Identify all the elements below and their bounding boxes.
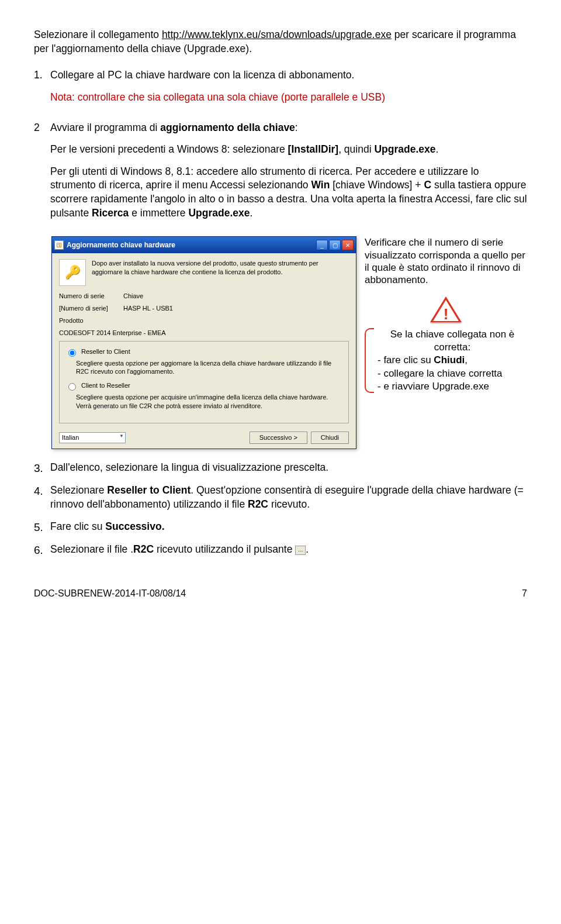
- footer-left: DOC-SUBRENEW-2014-IT-08/08/14: [34, 587, 186, 600]
- download-link[interactable]: http://www.teklynx.eu/sma/downloads/upgr…: [162, 29, 392, 40]
- step-1: 1. Collegare al PC la chiave hardware co…: [34, 68, 527, 112]
- close-dialog-button[interactable]: Chiudi: [311, 432, 349, 444]
- key-label: Chiave: [123, 292, 158, 301]
- language-combo[interactable]: Italian: [59, 432, 126, 443]
- note-label: Nota: [50, 91, 72, 103]
- key-value: HASP HL - USB1: [123, 304, 349, 313]
- step-1-note: Nota: controllare che sia collegata una …: [50, 91, 527, 105]
- warn-action-3: - e riavviare Upgrade.exe: [378, 380, 527, 393]
- warning-icon: !: [430, 296, 462, 325]
- verify-text: Verificare che il numero di serie visual…: [365, 236, 527, 286]
- radio-r2c-desc: Scegliere questa opzione per aggiornare …: [76, 359, 342, 376]
- serial-value: [Numero di serie]: [59, 304, 123, 313]
- radio-r2c-title: Reseller to Client: [81, 347, 130, 356]
- options-groupbox: Reseller to Client Scegliere questa opzi…: [59, 341, 349, 423]
- hardware-key-icon: 🔑: [59, 259, 86, 286]
- step-5-text: Fare clic su Successivo.: [50, 520, 527, 535]
- dialog-description: Dopo aver installato la nuova versione d…: [92, 259, 349, 286]
- note-text: : controllare che sia collegata una sola…: [72, 91, 385, 103]
- minimize-button[interactable]: _: [316, 240, 328, 250]
- step-4: 4. Selezionare Reseller to Client. Quest…: [34, 484, 527, 511]
- maximize-button[interactable]: ▢: [329, 240, 341, 250]
- serial-row: Numero di serie Chiave: [59, 292, 349, 301]
- radio-c2r-input[interactable]: [68, 383, 76, 391]
- step-1-number: 1.: [34, 68, 50, 112]
- step-2-lead: Avviare il programma di aggiornamento de…: [50, 121, 527, 135]
- radio-client-to-reseller[interactable]: Client to Reseller: [65, 381, 342, 391]
- intro-pre: Selezionare il collegamento: [34, 29, 162, 40]
- browse-button-icon[interactable]: …: [295, 546, 306, 555]
- product-value: CODESOFT 2014 Enterprise - EMEA: [59, 329, 349, 337]
- product-label-row: Prodotto: [59, 316, 349, 325]
- step-6: 6. Selezionare il file .R2C ricevuto uti…: [34, 543, 527, 558]
- side-column: Verificare che il numero di serie visual…: [365, 236, 527, 392]
- step-2-p1: Per le versioni precedenti a Windows 8: …: [50, 143, 527, 157]
- serial-value-row: [Numero di serie] HASP HL - USB1: [59, 304, 349, 313]
- step-6-text: Selezionare il file .R2C ricevuto utiliz…: [50, 543, 527, 558]
- warning-block: Se la chiave collegata non è corretta: -…: [365, 328, 527, 392]
- step-3: 3. Dall'elenco, selezionare la lingua di…: [34, 461, 527, 476]
- product-label: Prodotto: [59, 316, 123, 325]
- page-footer: DOC-SUBRENEW-2014-IT-08/08/14 7: [34, 587, 527, 600]
- warn-heading: Se la chiave collegata non è corretta:: [378, 328, 527, 354]
- upgrade-dialog: ⚿ Aggiornamento chiave hardware _ ▢ ✕ 🔑 …: [51, 236, 356, 449]
- step-4-text: Selezionare Reseller to Client. Quest'op…: [50, 484, 527, 511]
- next-button[interactable]: Successivo >: [250, 432, 307, 444]
- radio-reseller-to-client[interactable]: Reseller to Client: [65, 347, 342, 357]
- dialog-bottom-bar: Italian Successivo > Chiudi: [59, 429, 349, 444]
- dialog-body: 🔑 Dopo aver installato la nuova versione…: [52, 253, 356, 448]
- step-4-number: 4.: [34, 484, 50, 511]
- step-6-number: 6.: [34, 543, 50, 558]
- step-1-text: Collegare al PC la chiave hardware con l…: [50, 68, 527, 82]
- step-5: 5. Fare clic su Successivo.: [34, 520, 527, 535]
- dialog-title: Aggiornamento chiave hardware: [67, 240, 315, 250]
- step-2: 2 Avviare il programma di aggiornamento …: [34, 121, 527, 229]
- close-button[interactable]: ✕: [342, 240, 354, 250]
- warn-action-1: - fare clic su Chiudi,: [378, 354, 527, 367]
- dialog-and-side: ⚿ Aggiornamento chiave hardware _ ▢ ✕ 🔑 …: [51, 236, 527, 449]
- radio-c2r-title: Client to Reseller: [81, 381, 130, 390]
- warn-action-2: - collegare la chiave corretta: [378, 367, 527, 380]
- radio-r2c-input[interactable]: [68, 349, 76, 357]
- intro-paragraph: Selezionare il collegamento http://www.t…: [34, 28, 527, 56]
- footer-page-number: 7: [522, 587, 527, 600]
- dialog-titlebar[interactable]: ⚿ Aggiornamento chiave hardware _ ▢ ✕: [52, 237, 356, 253]
- product-value-row: CODESOFT 2014 Enterprise - EMEA: [59, 329, 349, 337]
- step-2-p2: Per gli utenti di Windows 8, 8.1: accede…: [50, 165, 527, 220]
- step-2-number: 2: [34, 121, 50, 229]
- step-5-number: 5.: [34, 520, 50, 535]
- app-icon: ⚿: [54, 240, 64, 250]
- step-3-number: 3.: [34, 461, 50, 476]
- radio-c2r-desc: Scegliere questa opzione per acquisire u…: [76, 393, 342, 410]
- serial-label: Numero di serie: [59, 292, 123, 301]
- step-3-text: Dall'elenco, selezionare la lingua di vi…: [50, 461, 527, 476]
- red-brace: [365, 328, 374, 392]
